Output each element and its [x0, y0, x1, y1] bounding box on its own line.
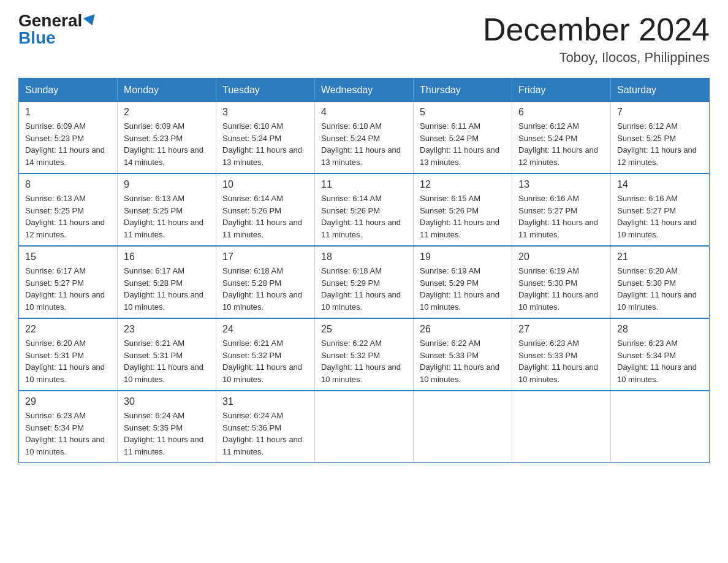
calendar-cell: 4Sunrise: 6:10 AMSunset: 5:24 PMDaylight… — [315, 102, 414, 174]
page-header: General Blue December 2024 Toboy, Ilocos… — [18, 12, 710, 66]
weekday-header-thursday: Thursday — [414, 79, 512, 102]
day-info: Sunrise: 6:23 AMSunset: 5:34 PMDaylight:… — [617, 337, 703, 385]
day-number: 31 — [222, 396, 308, 407]
day-number: 19 — [420, 251, 506, 262]
location-title: Toboy, Ilocos, Philippines — [483, 50, 710, 66]
day-number: 16 — [124, 251, 210, 262]
day-number: 26 — [420, 324, 506, 335]
day-info: Sunrise: 6:10 AMSunset: 5:24 PMDaylight:… — [321, 120, 407, 168]
calendar-cell — [414, 391, 512, 463]
weekday-header-tuesday: Tuesday — [216, 79, 315, 102]
calendar-cell: 29Sunrise: 6:23 AMSunset: 5:34 PMDayligh… — [19, 391, 118, 463]
day-info: Sunrise: 6:10 AMSunset: 5:24 PMDaylight:… — [222, 120, 308, 168]
weekday-header-wednesday: Wednesday — [315, 79, 414, 102]
calendar-cell: 25Sunrise: 6:22 AMSunset: 5:32 PMDayligh… — [315, 318, 414, 391]
day-info: Sunrise: 6:17 AMSunset: 5:27 PMDaylight:… — [25, 265, 111, 313]
title-block: December 2024 Toboy, Ilocos, Philippines — [483, 12, 710, 66]
weekday-header-sunday: Sunday — [19, 79, 118, 102]
day-info: Sunrise: 6:24 AMSunset: 5:36 PMDaylight:… — [222, 410, 308, 458]
calendar-cell: 3Sunrise: 6:10 AMSunset: 5:24 PMDaylight… — [216, 102, 315, 174]
day-number: 21 — [617, 251, 703, 262]
weekday-header-saturday: Saturday — [611, 79, 710, 102]
day-number: 1 — [25, 107, 111, 118]
day-info: Sunrise: 6:20 AMSunset: 5:31 PMDaylight:… — [25, 337, 111, 385]
day-info: Sunrise: 6:23 AMSunset: 5:33 PMDaylight:… — [518, 337, 604, 385]
calendar-cell: 11Sunrise: 6:14 AMSunset: 5:26 PMDayligh… — [315, 174, 414, 246]
logo: General Blue — [18, 12, 97, 47]
day-number: 13 — [518, 179, 604, 190]
calendar-cell: 12Sunrise: 6:15 AMSunset: 5:26 PMDayligh… — [414, 174, 512, 246]
day-number: 7 — [617, 107, 703, 118]
day-info: Sunrise: 6:22 AMSunset: 5:33 PMDaylight:… — [420, 337, 506, 385]
day-info: Sunrise: 6:09 AMSunset: 5:23 PMDaylight:… — [124, 120, 210, 168]
day-info: Sunrise: 6:13 AMSunset: 5:25 PMDaylight:… — [124, 193, 210, 240]
calendar-cell: 26Sunrise: 6:22 AMSunset: 5:33 PMDayligh… — [414, 318, 512, 391]
calendar-cell: 23Sunrise: 6:21 AMSunset: 5:31 PMDayligh… — [118, 318, 216, 391]
calendar-cell: 31Sunrise: 6:24 AMSunset: 5:36 PMDayligh… — [216, 391, 315, 463]
calendar-cell: 9Sunrise: 6:13 AMSunset: 5:25 PMDaylight… — [118, 174, 216, 246]
calendar-cell: 16Sunrise: 6:17 AMSunset: 5:28 PMDayligh… — [118, 246, 216, 318]
day-info: Sunrise: 6:14 AMSunset: 5:26 PMDaylight:… — [321, 193, 407, 240]
day-number: 5 — [420, 107, 506, 118]
calendar-cell: 10Sunrise: 6:14 AMSunset: 5:26 PMDayligh… — [216, 174, 315, 246]
calendar-cell: 2Sunrise: 6:09 AMSunset: 5:23 PMDaylight… — [118, 102, 216, 174]
day-info: Sunrise: 6:12 AMSunset: 5:24 PMDaylight:… — [518, 120, 604, 168]
calendar-cell: 5Sunrise: 6:11 AMSunset: 5:24 PMDaylight… — [414, 102, 512, 174]
calendar-cell: 15Sunrise: 6:17 AMSunset: 5:27 PMDayligh… — [19, 246, 118, 318]
day-info: Sunrise: 6:15 AMSunset: 5:26 PMDaylight:… — [420, 193, 506, 240]
day-info: Sunrise: 6:17 AMSunset: 5:28 PMDaylight:… — [124, 265, 210, 313]
day-number: 23 — [124, 324, 210, 335]
calendar-cell — [315, 391, 414, 463]
day-info: Sunrise: 6:12 AMSunset: 5:25 PMDaylight:… — [617, 120, 703, 168]
day-number: 25 — [321, 324, 407, 335]
day-number: 9 — [124, 179, 210, 190]
weekday-header-friday: Friday — [512, 79, 611, 102]
day-number: 4 — [321, 107, 407, 118]
day-info: Sunrise: 6:21 AMSunset: 5:32 PMDaylight:… — [222, 337, 308, 385]
calendar-cell: 8Sunrise: 6:13 AMSunset: 5:25 PMDaylight… — [19, 174, 118, 246]
day-number: 22 — [25, 324, 111, 335]
day-info: Sunrise: 6:11 AMSunset: 5:24 PMDaylight:… — [420, 120, 506, 168]
calendar-cell: 7Sunrise: 6:12 AMSunset: 5:25 PMDaylight… — [611, 102, 710, 174]
day-info: Sunrise: 6:09 AMSunset: 5:23 PMDaylight:… — [25, 120, 111, 168]
day-info: Sunrise: 6:16 AMSunset: 5:27 PMDaylight:… — [518, 193, 604, 240]
calendar-cell: 22Sunrise: 6:20 AMSunset: 5:31 PMDayligh… — [19, 318, 118, 391]
calendar-cell: 24Sunrise: 6:21 AMSunset: 5:32 PMDayligh… — [216, 318, 315, 391]
day-info: Sunrise: 6:18 AMSunset: 5:29 PMDaylight:… — [321, 265, 407, 313]
logo-triangle-icon — [83, 14, 98, 28]
day-number: 28 — [617, 324, 703, 335]
day-number: 3 — [222, 107, 308, 118]
day-info: Sunrise: 6:19 AMSunset: 5:30 PMDaylight:… — [518, 265, 604, 313]
calendar-week-row: 1Sunrise: 6:09 AMSunset: 5:23 PMDaylight… — [19, 102, 710, 174]
calendar-cell: 1Sunrise: 6:09 AMSunset: 5:23 PMDaylight… — [19, 102, 118, 174]
day-number: 29 — [25, 396, 111, 407]
logo-general-text: General — [18, 12, 82, 29]
day-info: Sunrise: 6:14 AMSunset: 5:26 PMDaylight:… — [222, 193, 308, 240]
day-info: Sunrise: 6:20 AMSunset: 5:30 PMDaylight:… — [617, 265, 703, 313]
month-title: December 2024 — [483, 12, 710, 47]
weekday-header-monday: Monday — [118, 79, 216, 102]
day-number: 2 — [124, 107, 210, 118]
calendar-cell: 17Sunrise: 6:18 AMSunset: 5:28 PMDayligh… — [216, 246, 315, 318]
calendar-week-row: 15Sunrise: 6:17 AMSunset: 5:27 PMDayligh… — [19, 246, 710, 318]
day-info: Sunrise: 6:13 AMSunset: 5:25 PMDaylight:… — [25, 193, 111, 240]
calendar-week-row: 22Sunrise: 6:20 AMSunset: 5:31 PMDayligh… — [19, 318, 710, 391]
day-number: 8 — [25, 179, 111, 190]
day-info: Sunrise: 6:21 AMSunset: 5:31 PMDaylight:… — [124, 337, 210, 385]
day-info: Sunrise: 6:24 AMSunset: 5:35 PMDaylight:… — [124, 410, 210, 458]
day-number: 14 — [617, 179, 703, 190]
day-number: 27 — [518, 324, 604, 335]
calendar-table: SundayMondayTuesdayWednesdayThursdayFrid… — [18, 78, 710, 463]
logo-blue-text: Blue — [18, 29, 56, 47]
day-info: Sunrise: 6:18 AMSunset: 5:28 PMDaylight:… — [222, 265, 308, 313]
day-number: 12 — [420, 179, 506, 190]
day-number: 24 — [222, 324, 308, 335]
day-number: 10 — [222, 179, 308, 190]
calendar-cell: 27Sunrise: 6:23 AMSunset: 5:33 PMDayligh… — [512, 318, 611, 391]
day-info: Sunrise: 6:16 AMSunset: 5:27 PMDaylight:… — [617, 193, 703, 240]
calendar-cell: 30Sunrise: 6:24 AMSunset: 5:35 PMDayligh… — [118, 391, 216, 463]
calendar-cell: 21Sunrise: 6:20 AMSunset: 5:30 PMDayligh… — [611, 246, 710, 318]
calendar-cell: 13Sunrise: 6:16 AMSunset: 5:27 PMDayligh… — [512, 174, 611, 246]
day-number: 15 — [25, 251, 111, 262]
day-info: Sunrise: 6:19 AMSunset: 5:29 PMDaylight:… — [420, 265, 506, 313]
